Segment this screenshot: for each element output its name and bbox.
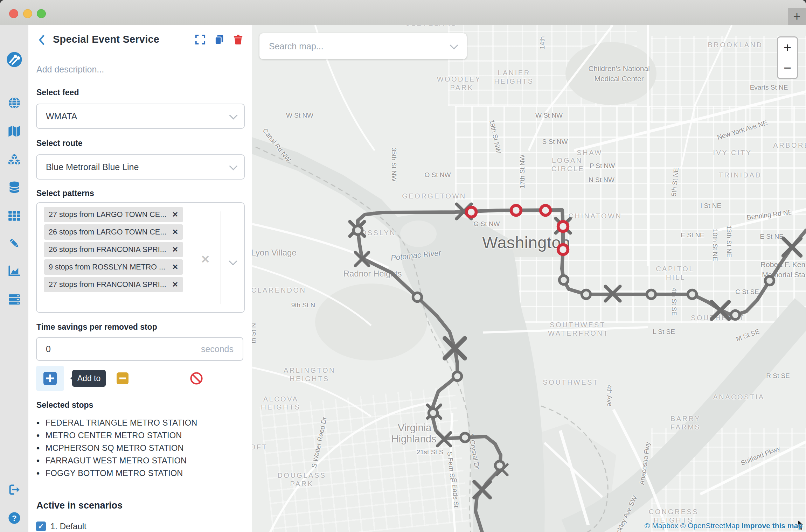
remove-pattern-icon[interactable]: ✕: [172, 228, 178, 236]
pattern-tag[interactable]: 26 stops from FRANCONIA SPRI...✕: [44, 242, 183, 257]
active-scenarios-label: Active in scenarios: [36, 500, 123, 511]
zoom-in-button[interactable]: +: [778, 37, 797, 58]
route-layer: [252, 25, 806, 532]
window-titlebar: +: [0, 0, 806, 26]
removed-stop-x-icon[interactable]: [711, 302, 729, 319]
chevron-down-icon: [229, 111, 237, 119]
selected-route-stop[interactable]: [558, 245, 568, 254]
selected-stop-name: FARRAGUT WEST METRO STATION: [46, 456, 187, 465]
selected-stops-list: •FEDERAL TRIANGLE METRO STATION•METRO CE…: [36, 416, 245, 479]
cubes-icon[interactable]: [0, 151, 28, 168]
bullet-icon: •: [36, 468, 46, 479]
route-stop[interactable]: [582, 290, 591, 299]
pattern-tag[interactable]: 9 stops from ROSSLYN METRO ...✕: [44, 259, 183, 275]
route-stop[interactable]: [560, 276, 568, 285]
zoom-out-button[interactable]: −: [778, 58, 797, 78]
patterns-multiselect[interactable]: 27 stops from LARGO TOWN CE...✕26 stops …: [36, 202, 245, 313]
pattern-tag[interactable]: 27 stops from LARGO TOWN CE...✕: [44, 207, 183, 222]
add-stops-button[interactable]: [36, 366, 64, 391]
select-patterns-label: Select patterns: [36, 189, 94, 198]
remove-pattern-icon[interactable]: ✕: [172, 280, 178, 289]
app-screenshot: +: [0, 0, 806, 532]
selected-route-stop[interactable]: [541, 205, 550, 215]
route-stop[interactable]: [413, 293, 422, 302]
route-stop[interactable]: [453, 372, 462, 381]
back-button[interactable]: [35, 34, 48, 46]
removed-stop-x-icon[interactable]: [783, 238, 800, 255]
remove-stops-button[interactable]: [117, 372, 128, 384]
route-stop[interactable]: [495, 461, 504, 470]
selected-stop-name: FOGGY BOTTOM METRO STATION: [46, 469, 183, 478]
selected-route-stop[interactable]: [511, 205, 521, 215]
help-icon[interactable]: ?: [0, 510, 28, 526]
feed-value: WMATA: [46, 111, 77, 121]
time-savings-unit: seconds: [201, 344, 234, 354]
selected-stop-name: FEDERAL TRIANGLE METRO STATION: [46, 418, 197, 428]
page-title: Special Event Service: [53, 34, 159, 45]
feed-select[interactable]: WMATA: [36, 104, 245, 129]
route-stop[interactable]: [429, 409, 438, 418]
route-value: Blue Metrorail Blue Line: [46, 162, 139, 172]
modification-panel: Special Event Service Add description...…: [28, 25, 252, 532]
svg-text:?: ?: [12, 514, 17, 523]
selected-route-stop[interactable]: [558, 222, 568, 231]
clear-all-icon[interactable]: ✕: [201, 253, 210, 266]
improve-map-link[interactable]: Improve this map: [742, 522, 802, 530]
logo-icon[interactable]: [0, 51, 28, 68]
selected-route-stop[interactable]: [466, 207, 476, 217]
bullet-icon: •: [36, 443, 46, 454]
add-to-tooltip: Add to: [72, 370, 106, 387]
list-item: •FARRAGUT WEST METRO STATION: [36, 454, 245, 467]
copy-icon[interactable]: [213, 33, 225, 46]
chevron-down-icon[interactable]: [450, 41, 458, 49]
search-placeholder: Search map...: [269, 41, 324, 51]
route-stop[interactable]: [731, 311, 740, 320]
chevron-down-icon[interactable]: [229, 257, 237, 265]
route-stop[interactable]: [688, 290, 697, 299]
remove-pattern-icon[interactable]: ✕: [172, 263, 178, 271]
remove-pattern-icon[interactable]: ✕: [172, 210, 178, 219]
server-icon[interactable]: [0, 291, 28, 308]
pencil-icon[interactable]: [0, 235, 28, 252]
divider: [220, 159, 220, 175]
route-line[interactable]: [358, 210, 806, 532]
database-icon[interactable]: [0, 179, 28, 196]
bullet-icon: •: [36, 430, 46, 441]
pattern-tag-label: 27 stops from FRANCONIA SPRI...: [49, 280, 166, 289]
route-stop[interactable]: [461, 433, 470, 442]
route-select[interactable]: Blue Metrorail Blue Line: [36, 154, 245, 180]
removed-stop-x-icon[interactable]: [474, 482, 490, 498]
globe-icon[interactable]: [0, 94, 28, 111]
select-feed-label: Select feed: [36, 88, 79, 97]
close-window-button[interactable]: [9, 9, 18, 18]
osm-link[interactable]: © OpenStreetMap: [680, 522, 740, 530]
new-tab-button[interactable]: +: [788, 8, 806, 25]
pattern-tag[interactable]: 27 stops from FRANCONIA SPRI...✕: [44, 277, 183, 292]
remove-pattern-icon[interactable]: ✕: [172, 245, 178, 254]
pattern-tag[interactable]: 26 stops from LARGO TOWN CE...✕: [44, 224, 183, 240]
sign-out-icon[interactable]: [0, 481, 28, 498]
route-stop[interactable]: [647, 290, 656, 299]
zoom-window-button[interactable]: [37, 9, 46, 18]
map-canvas[interactable]: CLEVELAND14thBROOKLANDChildren's Nationa…: [252, 25, 806, 532]
map-search-box[interactable]: Search map...: [259, 33, 467, 59]
pattern-tag-label: 9 stops from ROSSLYN METRO ...: [49, 263, 165, 272]
expand-icon[interactable]: [194, 33, 207, 46]
clear-selection-button[interactable]: [189, 371, 203, 385]
app-window: +: [0, 0, 806, 532]
route-stop[interactable]: [765, 276, 774, 285]
divider: [28, 52, 252, 52]
pattern-tag-label: 26 stops from FRANCONIA SPRI...: [49, 245, 166, 254]
map-icon[interactable]: [0, 123, 28, 140]
mapbox-link[interactable]: © Mapbox: [645, 522, 678, 530]
trash-icon[interactable]: [232, 33, 244, 46]
minimize-window-button[interactable]: [23, 9, 32, 18]
grid-icon[interactable]: [0, 207, 28, 224]
area-chart-icon[interactable]: [0, 262, 28, 279]
divider: [220, 108, 220, 124]
scenario-checkbox[interactable]: [36, 522, 46, 531]
scenario-label: 1. Default: [50, 522, 86, 531]
description-placeholder[interactable]: Add description...: [36, 64, 104, 75]
map-attribution: © Mapbox © OpenStreetMap Improve this ma…: [645, 522, 802, 530]
route-stop[interactable]: [354, 226, 362, 235]
